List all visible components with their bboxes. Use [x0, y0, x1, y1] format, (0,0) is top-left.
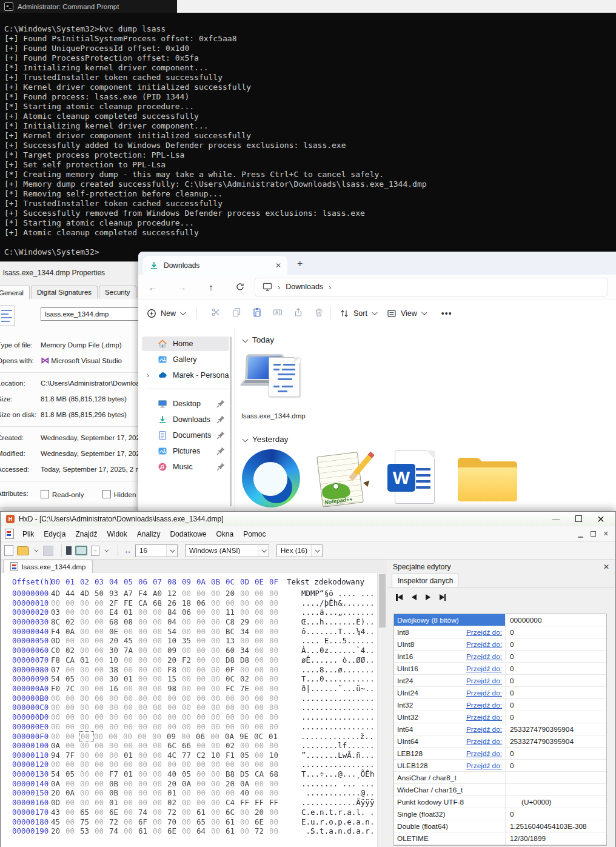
hex-byte[interactable]: 00: [138, 627, 153, 637]
hex-byte[interactable]: 00: [240, 703, 255, 712]
hex-byte[interactable]: 00: [240, 598, 255, 608]
hex-byte[interactable]: 00: [255, 655, 269, 665]
hex-byte[interactable]: 00: [211, 665, 226, 675]
hex-byte[interactable]: 03: [51, 608, 65, 617]
hex-byte[interactable]: 94: [51, 751, 65, 760]
hex-byte[interactable]: 0C: [254, 732, 269, 742]
hex-byte[interactable]: 00: [153, 798, 167, 808]
inspector-row[interactable]: FILETIME1/11/1609 12:44:39 AM: [394, 845, 606, 846]
hex-byte[interactable]: 05: [240, 751, 255, 760]
hex-byte[interactable]: 01: [269, 732, 283, 742]
offset-base-select[interactable]: Hex (16): [276, 544, 323, 557]
hex-byte[interactable]: 00: [65, 722, 80, 732]
hex-byte[interactable]: E4: [109, 608, 124, 617]
hex-byte[interactable]: 00: [124, 627, 138, 637]
hex-byte[interactable]: 0A: [65, 788, 80, 798]
hex-byte[interactable]: 6E: [167, 826, 182, 836]
hex-byte[interactable]: 00: [138, 712, 153, 722]
hex-byte[interactable]: 00: [196, 741, 211, 751]
decoded-text[interactable]: ”.......LwÂ.ñ...: [301, 751, 374, 760]
inspector-row[interactable]: Int16Przejdź do:0: [394, 651, 606, 663]
sidebar-item-music[interactable]: Music: [142, 460, 229, 474]
hex-byte[interactable]: 00: [153, 617, 167, 627]
hex-byte[interactable]: 00: [65, 760, 80, 769]
close-tab-icon[interactable]: ✕: [275, 261, 281, 270]
hex-byte[interactable]: 00: [65, 703, 80, 712]
hex-byte[interactable]: 0A: [51, 741, 65, 751]
hex-byte[interactable]: 9E: [239, 732, 254, 742]
hex-byte[interactable]: 68: [269, 769, 284, 779]
cut-button[interactable]: [206, 307, 226, 320]
refresh-button[interactable]: [226, 282, 255, 292]
decoded-text[interactable]: øÊ...... ò..ØØ..: [301, 655, 374, 665]
file-edge-installer[interactable]: [242, 449, 307, 507]
hex-row[interactable]: 000000D000000000000000000000000000000000…: [12, 712, 377, 722]
tab-general[interactable]: General: [0, 286, 30, 300]
goto-link[interactable]: Przejdź do:: [466, 737, 502, 746]
decoded-text[interactable]: .... E...5......: [301, 636, 374, 645]
hex-byte[interactable]: 00: [255, 646, 269, 655]
hex-byte[interactable]: 00: [124, 817, 138, 827]
hex-byte[interactable]: 01: [124, 674, 138, 684]
hex-byte[interactable]: 00: [255, 751, 269, 760]
hex-byte[interactable]: 00: [196, 712, 211, 722]
hex-byte[interactable]: 00: [124, 788, 138, 798]
hex-byte[interactable]: 00: [182, 646, 196, 655]
hex-byte[interactable]: 00: [152, 732, 167, 742]
hex-byte[interactable]: 00: [182, 722, 196, 732]
hex-byte[interactable]: 20: [255, 808, 269, 817]
inspector-row[interactable]: Punkt kodowy UTF-8(U+0000): [394, 796, 606, 808]
hex-row[interactable]: 000000905405000030010000150000000C020000…: [12, 674, 377, 684]
hex-byte[interactable]: 16: [109, 684, 124, 694]
hex-byte[interactable]: 00: [211, 798, 226, 808]
hex-byte[interactable]: 00: [211, 788, 226, 798]
hex-byte[interactable]: 0F: [226, 665, 240, 675]
hex-byte[interactable]: 10: [269, 751, 284, 760]
hex-byte[interactable]: 00: [138, 732, 152, 742]
hex-byte[interactable]: 00: [138, 684, 153, 694]
hex-byte[interactable]: 00: [255, 741, 269, 751]
hex-byte[interactable]: 00: [80, 627, 95, 637]
hex-byte[interactable]: 00: [211, 712, 226, 722]
menu-znajdz[interactable]: Znajdź: [70, 528, 102, 540]
hex-byte[interactable]: 00: [196, 694, 211, 703]
hex-byte[interactable]: 00: [153, 665, 167, 675]
goto-link[interactable]: Przejdź do:: [466, 713, 502, 721]
hex-byte[interactable]: 0D: [51, 798, 65, 808]
hex-row[interactable]: 000001400A0000000B000000200A0000200A0000…: [12, 779, 377, 789]
new-tab-button[interactable]: +: [297, 259, 303, 269]
hex-byte[interactable]: 00: [269, 598, 284, 608]
hex-byte[interactable]: 00: [95, 665, 109, 675]
hex-byte[interactable]: 00: [80, 751, 95, 760]
delete-button[interactable]: [309, 307, 329, 320]
hex-row[interactable]: 000000F00000000000000000090006000A9E0C01…: [12, 731, 377, 741]
export-icon[interactable]: [91, 546, 99, 556]
inspector-row[interactable]: AnsiChar / char8_t: [394, 772, 606, 784]
hex-byte[interactable]: 00: [95, 817, 109, 827]
hex-byte[interactable]: 00: [211, 703, 226, 712]
hex-byte[interactable]: 00: [124, 798, 138, 808]
hex-byte[interactable]: 0B: [109, 779, 124, 789]
hex-byte[interactable]: BC: [226, 627, 240, 637]
hex-byte[interactable]: 00: [210, 732, 225, 742]
hex-byte[interactable]: 00: [138, 674, 153, 684]
hex-byte[interactable]: 01: [124, 608, 138, 617]
inspector-row[interactable]: Int64Przejdź do:2533274790395904: [394, 723, 606, 735]
hex-byte[interactable]: 00: [65, 741, 80, 751]
hex-byte[interactable]: 00: [211, 826, 226, 836]
decoded-text[interactable]: ....ä...„.......: [301, 608, 374, 617]
hex-byte[interactable]: 02: [226, 741, 240, 751]
hex-byte[interactable]: C8: [226, 617, 240, 627]
hex-byte[interactable]: 05: [65, 674, 80, 684]
hex-byte[interactable]: FF: [269, 798, 284, 808]
hex-byte[interactable]: 00: [196, 608, 211, 617]
hex-byte[interactable]: 00: [255, 627, 269, 637]
hex-byte[interactable]: 00: [182, 788, 196, 798]
close-panel-icon[interactable]: ✕: [603, 563, 609, 571]
console-output[interactable]: C:\Windows\System32>kvc dump lsass[+] Fo…: [0, 13, 616, 261]
hex-byte[interactable]: 00: [240, 760, 255, 769]
hex-byte[interactable]: 00: [167, 722, 182, 732]
hex-byte[interactable]: CA: [255, 769, 269, 779]
hex-byte[interactable]: 00: [80, 608, 95, 617]
hex-byte[interactable]: 00: [182, 627, 196, 637]
